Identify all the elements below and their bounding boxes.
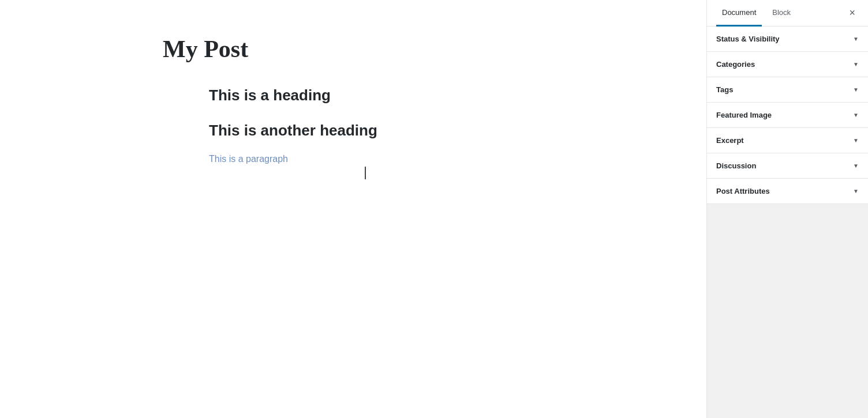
sidebar-tabs: Document Block × (707, 0, 868, 27)
section-post-attributes: Post Attributes ▼ (707, 179, 868, 204)
section-tags-header[interactable]: Tags ▼ (707, 77, 868, 102)
section-discussion-header[interactable]: Discussion ▼ (707, 153, 868, 178)
section-discussion-label: Discussion (716, 161, 756, 170)
sidebar-bottom-area (707, 204, 868, 418)
heading-2[interactable]: This is another heading (209, 122, 544, 140)
section-post-attributes-header[interactable]: Post Attributes ▼ (707, 179, 868, 204)
editor-content: My Post This is a heading This is anothe… (140, 35, 567, 187)
section-categories-label: Categories (716, 60, 755, 69)
section-categories-header[interactable]: Categories ▼ (707, 52, 868, 77)
chevron-down-icon: ▼ (853, 188, 859, 194)
tab-document[interactable]: Document (716, 0, 762, 27)
section-categories: Categories ▼ (707, 52, 868, 77)
section-excerpt-label: Excerpt (716, 136, 744, 145)
section-featured-image: Featured Image ▼ (707, 103, 868, 128)
document-sidebar: Document Block × Status & Visibility ▼ C… (706, 0, 868, 418)
sidebar-close-button[interactable]: × (845, 5, 859, 21)
section-tags-label: Tags (716, 85, 733, 94)
section-post-attributes-label: Post Attributes (716, 187, 770, 195)
section-discussion: Discussion ▼ (707, 153, 868, 179)
chevron-down-icon: ▼ (853, 61, 859, 67)
chevron-down-icon: ▼ (853, 36, 859, 42)
post-title[interactable]: My Post (163, 35, 544, 63)
tab-block[interactable]: Block (766, 0, 796, 27)
chevron-down-icon: ▼ (853, 137, 859, 144)
section-featured-image-header[interactable]: Featured Image ▼ (707, 103, 868, 127)
section-excerpt: Excerpt ▼ (707, 128, 868, 153)
paragraph-block[interactable]: This is a paragraph (163, 154, 544, 164)
paragraph-text[interactable]: This is a paragraph (209, 154, 544, 164)
heading-1[interactable]: This is a heading (209, 86, 544, 104)
section-tags: Tags ▼ (707, 77, 868, 103)
editor-area[interactable]: My Post This is a heading This is anothe… (0, 0, 706, 418)
section-status-visibility: Status & Visibility ▼ (707, 27, 868, 52)
chevron-down-icon: ▼ (853, 112, 859, 118)
chevron-down-icon: ▼ (853, 86, 859, 93)
text-cursor (365, 167, 366, 179)
section-status-visibility-label: Status & Visibility (716, 35, 780, 43)
section-status-visibility-header[interactable]: Status & Visibility ▼ (707, 27, 868, 51)
chevron-down-icon: ▼ (853, 163, 859, 169)
section-featured-image-label: Featured Image (716, 111, 772, 119)
section-excerpt-header[interactable]: Excerpt ▼ (707, 128, 868, 153)
